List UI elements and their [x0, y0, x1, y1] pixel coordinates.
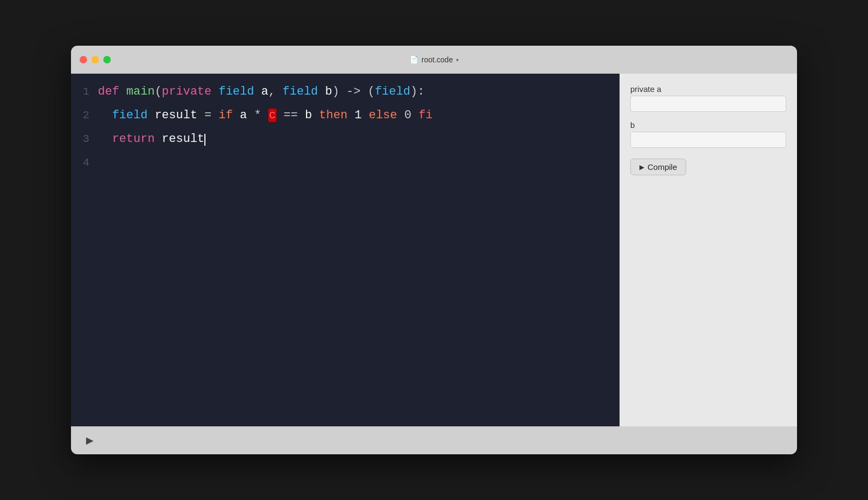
code-line-4: 4 — [71, 151, 620, 175]
close-button[interactable] — [80, 56, 87, 63]
line-number-2: 2 — [71, 104, 98, 127]
run-button[interactable]: ▶ — [82, 432, 98, 448]
bottom-bar: ▶ — [71, 426, 797, 454]
main-content: 1 def main(private field a, field b) -> … — [71, 74, 797, 426]
param-b: b — [325, 85, 332, 98]
input-private-a[interactable] — [630, 96, 786, 112]
keyword-field-result: field — [112, 109, 147, 122]
sidebar-label-a: private a — [630, 84, 786, 94]
line-content-2: field result = if a * c == b then 1 else… — [98, 104, 620, 127]
keyword-def: def — [98, 85, 119, 98]
app-window: 📄 root.code ▾ 1 def main(private field a… — [71, 46, 797, 454]
code-editor-area[interactable]: 1 def main(private field a, field b) -> … — [71, 74, 620, 426]
keyword-else: else — [369, 109, 397, 122]
param-a: a — [261, 85, 268, 98]
keyword-private: private — [162, 85, 211, 98]
keyword-field-1: field — [218, 85, 254, 98]
text-cursor — [204, 134, 205, 146]
sidebar-label-b: b — [630, 120, 786, 130]
error-token: c — [268, 109, 276, 122]
compile-button[interactable]: ▶ Compile — [630, 159, 686, 175]
compile-play-icon: ▶ — [639, 163, 644, 171]
sidebar: private a b ▶ Compile — [620, 74, 797, 426]
keyword-field-return: field — [375, 85, 410, 98]
file-icon: 📄 — [409, 55, 418, 64]
run-icon: ▶ — [86, 434, 94, 446]
line-number-1: 1 — [71, 80, 98, 104]
maximize-button[interactable] — [103, 56, 111, 63]
minimize-button[interactable] — [91, 56, 99, 63]
compile-button-label: Compile — [648, 162, 677, 172]
code-line-2: 2 field result = if a * c == b then 1 el… — [71, 104, 620, 127]
keyword-field-2: field — [282, 85, 318, 98]
traffic-lights — [80, 56, 111, 63]
line-content-3: return result — [98, 127, 620, 151]
line-content-1: def main(private field a, field b) -> (f… — [98, 80, 620, 104]
code-line-3: 3 return result — [71, 127, 620, 151]
function-name: main — [126, 85, 155, 98]
titlebar: 📄 root.code ▾ — [71, 46, 797, 74]
keyword-return: return — [112, 132, 154, 146]
line-number-4: 4 — [71, 151, 98, 175]
input-b[interactable] — [630, 132, 786, 148]
titlebar-center: 📄 root.code ▾ — [409, 55, 459, 64]
code-line-1: 1 def main(private field a, field b) -> … — [71, 80, 620, 104]
chevron-down-icon[interactable]: ▾ — [456, 57, 459, 63]
line-number-3: 3 — [71, 127, 98, 151]
sidebar-field-a: private a — [630, 84, 786, 112]
window-title: root.code — [422, 55, 453, 64]
sidebar-field-b: b — [630, 120, 786, 148]
keyword-then: then — [319, 109, 347, 122]
result-var: result — [155, 109, 197, 122]
keyword-if: if — [218, 109, 232, 122]
arrow-op: -> — [346, 85, 360, 98]
code-editor[interactable]: 1 def main(private field a, field b) -> … — [71, 74, 620, 181]
